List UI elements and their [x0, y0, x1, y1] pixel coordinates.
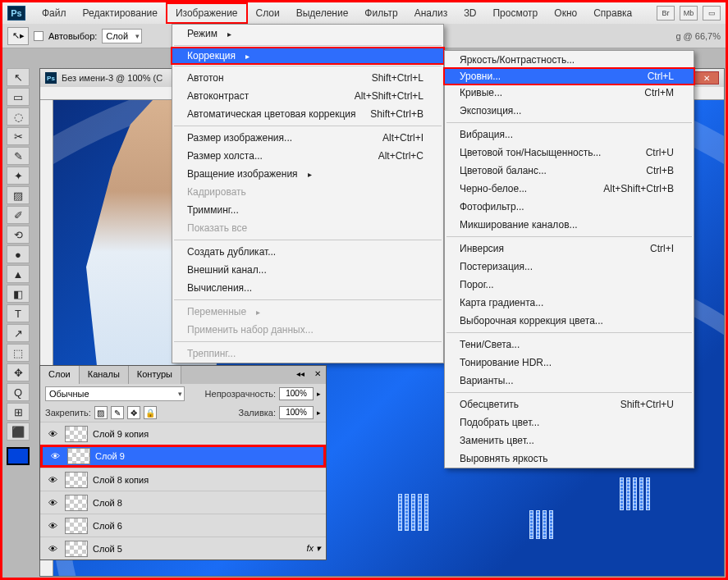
image-menu-item[interactable]: АвтотонShift+Ctrl+L — [172, 69, 443, 87]
correction-menu-item[interactable]: Выровнять яркость — [445, 450, 694, 468]
tool-2[interactable]: ◌ — [7, 107, 30, 126]
tool-7[interactable]: ✐ — [7, 206, 30, 224]
lock-paint-icon[interactable]: ✎ — [111, 406, 124, 419]
correction-menu-item[interactable]: Яркость/Контрастность... — [445, 51, 694, 69]
fill-field[interactable]: 100% — [279, 406, 314, 419]
layer-fx-icon[interactable]: fx ▾ — [306, 543, 321, 554]
tool-3[interactable]: ✂ — [7, 127, 30, 145]
tool-12[interactable]: T — [7, 304, 30, 322]
layer-row[interactable]: 👁Слой 8 — [40, 491, 326, 514]
correction-menu-item[interactable]: Тонирование HDR... — [445, 354, 694, 372]
bridge-icon[interactable]: Br — [657, 6, 675, 21]
menu-edit[interactable]: Редактирование — [75, 4, 166, 22]
move-tool-preset-icon[interactable]: ↖▸ — [7, 27, 29, 45]
correction-menu-item[interactable]: Микширование каналов... — [445, 216, 694, 234]
layer-row[interactable]: 👁Слой 9 — [40, 445, 326, 468]
panel-close-icon[interactable]: ✕ — [309, 366, 326, 384]
correction-menu-item[interactable]: Постеризация... — [445, 258, 694, 276]
correction-menu-item[interactable]: Кривые...Ctrl+M — [445, 84, 694, 102]
layer-visibility-icon[interactable]: 👁 — [45, 498, 60, 508]
tool-10[interactable]: ▲ — [7, 265, 30, 283]
image-menu-item[interactable]: Вращение изображения — [172, 165, 443, 183]
menu-filter[interactable]: Фильтр — [356, 4, 405, 22]
tool-15[interactable]: ✥ — [7, 363, 30, 381]
tab-layers[interactable]: Слои — [40, 366, 80, 384]
image-menu-item[interactable]: Размер изображения...Alt+Ctrl+I — [172, 129, 443, 147]
image-menu-item[interactable]: Коррекция — [171, 47, 445, 65]
image-menu-item[interactable]: Тримминг... — [172, 201, 443, 219]
menu-view[interactable]: Просмотр — [484, 4, 546, 22]
autoselect-dropdown[interactable]: Слой — [102, 29, 142, 43]
menu-3d[interactable]: 3D — [456, 4, 484, 22]
opacity-field[interactable]: 100% — [279, 387, 314, 400]
tool-11[interactable]: ◧ — [7, 285, 30, 303]
tool-6[interactable]: ▨ — [7, 186, 30, 204]
foreground-swatch[interactable] — [7, 447, 30, 465]
close-button[interactable]: ✕ — [694, 71, 719, 84]
tool-17[interactable]: ⊞ — [7, 403, 30, 421]
tool-9[interactable]: ● — [7, 245, 30, 263]
lock-position-icon[interactable]: ✥ — [127, 406, 140, 419]
layer-visibility-icon[interactable]: 👁 — [45, 475, 60, 485]
screen-icon[interactable]: ▭ — [703, 6, 721, 21]
tool-13[interactable]: ↗ — [7, 324, 30, 342]
correction-menu-item[interactable]: Цветовой баланс...Ctrl+B — [445, 162, 694, 180]
tool-8[interactable]: ⟲ — [7, 226, 30, 244]
correction-menu-item[interactable]: Выборочная коррекция цвета... — [445, 312, 694, 330]
menu-item-shortcut: Alt+Ctrl+I — [382, 132, 424, 144]
layer-row[interactable]: 👁Слой 6 — [40, 514, 326, 537]
layer-row[interactable]: 👁Слой 8 копия — [40, 468, 326, 491]
layer-visibility-icon[interactable]: 👁 — [45, 544, 60, 554]
correction-menu-item[interactable]: Экспозиция... — [445, 102, 694, 120]
blend-mode-dropdown[interactable]: Обычные — [45, 386, 185, 401]
correction-menu-item[interactable]: Подобрать цвет... — [445, 413, 694, 432]
image-menu-item[interactable]: Создать дубликат... — [172, 243, 443, 261]
image-menu-item[interactable]: Размер холста...Alt+Ctrl+C — [172, 147, 443, 165]
image-menu-item[interactable]: АвтоконтрастAlt+Shift+Ctrl+L — [172, 87, 443, 105]
correction-menu-item[interactable]: Порог... — [445, 276, 694, 294]
menu-window[interactable]: Окно — [546, 4, 585, 22]
tool-18[interactable]: ⬛ — [7, 422, 30, 441]
correction-menu-item[interactable]: Вибрация... — [445, 126, 694, 144]
tab-paths[interactable]: Контуры — [129, 366, 181, 384]
autoselect-checkbox[interactable] — [34, 31, 43, 41]
menu-file[interactable]: Файл — [34, 4, 75, 22]
correction-menu-item[interactable]: Цветовой тон/Насыщенность...Ctrl+U — [445, 144, 694, 162]
correction-menu-item[interactable]: Черно-белое...Alt+Shift+Ctrl+B — [445, 180, 694, 198]
lock-transparent-icon[interactable]: ▨ — [94, 406, 108, 419]
tab-channels[interactable]: Каналы — [80, 366, 129, 384]
correction-menu-item[interactable]: Уровни...Ctrl+L — [443, 67, 695, 85]
tool-4[interactable]: ✎ — [7, 147, 30, 165]
tool-0[interactable]: ↖ — [7, 68, 30, 86]
layer-visibility-icon[interactable]: 👁 — [48, 451, 62, 461]
correction-menu-item[interactable]: ИнверсияCtrl+I — [445, 240, 694, 258]
menu-analysis[interactable]: Анализ — [406, 4, 456, 22]
ps-mini-icon: Ps — [45, 72, 57, 84]
panel-collapse-icon[interactable]: ◂◂ — [291, 366, 309, 384]
image-menu-item[interactable]: Внешний канал... — [172, 261, 443, 279]
layer-row[interactable]: 👁Слой 9 копия — [40, 422, 326, 445]
correction-menu-item[interactable]: Карта градиента... — [445, 294, 694, 312]
lock-all-icon[interactable]: 🔒 — [144, 406, 157, 419]
image-menu-item[interactable]: Режим — [172, 25, 443, 43]
image-menu-item[interactable]: Автоматическая цветовая коррекцияShift+C… — [172, 105, 443, 123]
correction-menu-item[interactable]: Фотофильтр... — [445, 198, 694, 216]
correction-menu-item[interactable]: ОбесцветитьShift+Ctrl+U — [445, 395, 694, 413]
menu-select[interactable]: Выделение — [288, 4, 357, 22]
tool-5[interactable]: ✦ — [7, 167, 30, 185]
correction-menu-item[interactable]: Заменить цвет... — [445, 432, 694, 450]
menu-layers[interactable]: Слои — [248, 4, 288, 22]
layer-visibility-icon[interactable]: 👁 — [45, 521, 60, 531]
menu-image[interactable]: Изображение — [166, 2, 248, 24]
layer-row[interactable]: 👁Слой 5fx ▾ — [40, 537, 326, 559]
layer-visibility-icon[interactable]: 👁 — [45, 429, 60, 439]
image-menu-item[interactable]: Вычисления... — [172, 279, 443, 297]
correction-menu-item[interactable]: Варианты... — [445, 372, 694, 390]
correction-submenu: Яркость/Контрастность...Уровни...Ctrl+LК… — [444, 50, 694, 468]
tool-1[interactable]: ▭ — [7, 88, 30, 106]
minibridge-icon[interactable]: Mb — [680, 6, 698, 21]
menu-help[interactable]: Справка — [585, 4, 640, 22]
tool-16[interactable]: Q — [7, 383, 30, 401]
tool-14[interactable]: ⬚ — [7, 344, 30, 362]
correction-menu-item[interactable]: Тени/Света... — [445, 336, 694, 354]
